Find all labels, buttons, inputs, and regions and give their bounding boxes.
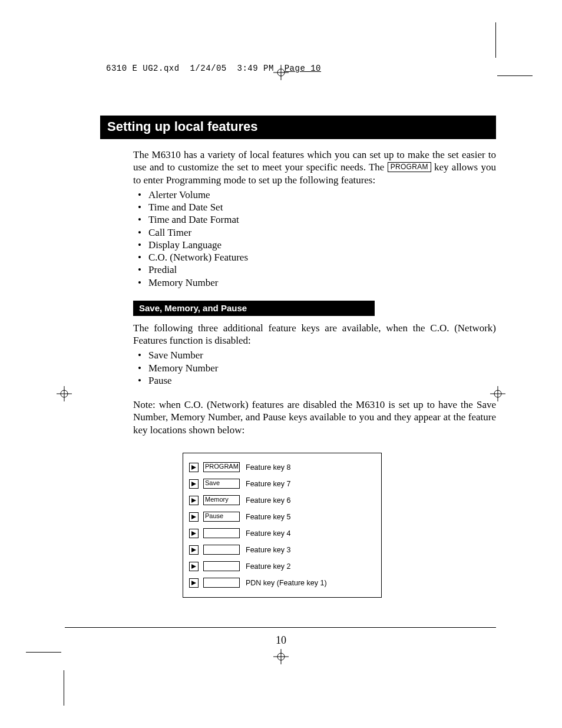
diagram-key-label: Feature key 3 [246,546,290,554]
triangle-icon [189,545,199,555]
slug-line: 6310 E UG2.qxd 1/24/05 3:49 PM Page 10 [106,64,321,73]
svg-marker-13 [191,482,196,486]
diagram-key-label: Feature key 7 [246,480,290,488]
diagram-key-label: Feature key 6 [246,496,290,505]
content-block: Setting up local features The M6310 has … [100,116,496,598]
diagram-key-button: Pause [203,512,240,522]
intro-paragraph: The M6310 has a variety of local feature… [133,149,496,186]
slug-time: 3:49 PM [237,64,274,73]
triangle-icon [189,529,199,538]
list-item: C.O. (Network) Features [138,251,496,263]
diagram-row: PauseFeature key 5 [189,509,375,525]
diagram-key-button [203,528,240,538]
diagram-key-button [203,545,240,555]
diagram-row: MemoryFeature key 6 [189,492,375,509]
diagram-key-label: Feature key 2 [246,562,290,571]
triangle-icon [189,512,199,522]
list-item: Call Timer [138,226,496,239]
triangle-icon [189,562,199,571]
svg-marker-18 [191,564,196,569]
cropmark [495,22,496,58]
page-number: 10 [0,634,562,647]
diagram-key-button: Save [203,479,240,489]
diagram-row: SaveFeature key 7 [189,476,375,492]
diagram-key-button: PROGRAM [203,462,240,472]
diagram-row: Feature key 3 [189,542,375,558]
diagram-key-label: PDN key (Feature key 1) [246,579,327,587]
triangle-icon [189,463,199,472]
svg-marker-16 [191,531,196,536]
page: 6310 E UG2.qxd 1/24/05 3:49 PM Page 10 S… [0,0,562,728]
triangle-icon [189,578,199,588]
diagram-row: PROGRAMFeature key 8 [189,459,375,476]
diagram-key-button [203,561,240,571]
list-item: Save Number [138,349,496,361]
cropmark [64,670,64,706]
diagram-key-button: Memory [203,495,240,505]
feature-key-diagram: PROGRAMFeature key 8SaveFeature key 7Mem… [183,453,382,598]
cropmark [26,652,61,653]
feature-list: Alerter VolumeTime and Date SetTime and … [138,189,496,289]
svg-marker-14 [191,498,196,503]
list-item: Alerter Volume [138,189,496,201]
svg-marker-12 [191,465,196,470]
diagram-key-button [203,578,240,588]
diagram-key-label: Feature key 4 [246,529,290,538]
slug-file: 6310 E UG2.qxd [106,64,180,73]
slug-page: Page 10 [285,64,321,73]
diagram-key-label: Feature key 8 [246,463,290,472]
svg-marker-15 [191,515,196,519]
svg-marker-17 [191,548,196,552]
sub-paragraph: The following three additional feature k… [133,322,496,347]
list-item: Memory Number [138,276,496,289]
list-item: Memory Number [138,362,496,374]
page-rule [65,627,496,628]
section-title: Setting up local features [100,116,496,139]
diagram-key-label: Feature key 5 [246,513,290,521]
program-key-cap: PROGRAM [388,162,431,172]
sub-feature-list: Save NumberMemory NumberPause [138,349,496,387]
slug-date: 1/24/05 [190,64,226,73]
cropmark [497,75,533,76]
diagram-row: Feature key 2 [189,558,375,575]
register-mark-icon [57,386,72,401]
list-item: Predial [138,263,496,276]
diagram-row: Feature key 4 [189,525,375,542]
register-mark-icon [273,649,289,664]
list-item: Pause [138,374,496,387]
triangle-icon [189,496,199,505]
list-item: Time and Date Format [138,213,496,226]
list-item: Time and Date Set [138,201,496,213]
list-item: Display Language [138,239,496,251]
diagram-row: PDN key (Feature key 1) [189,575,375,591]
subheading: Save, Memory, and Pause [133,301,375,316]
triangle-icon [189,479,199,489]
note-paragraph: Note: when C.O. (Network) features are d… [133,398,496,436]
svg-marker-19 [191,581,196,585]
